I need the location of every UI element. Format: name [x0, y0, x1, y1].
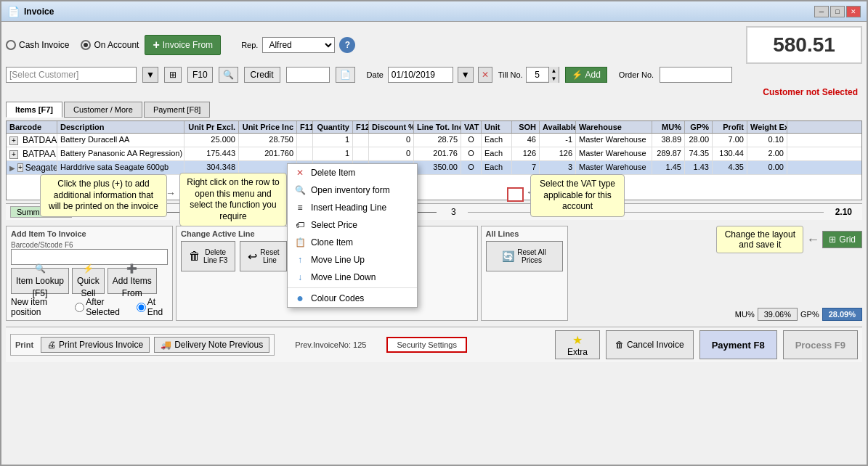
order-no-input[interactable]: [660, 67, 732, 83]
at-end-label[interactable]: At End: [137, 297, 168, 317]
item-lookup-button[interactable]: 🔍 Item Lookup [F5]: [11, 268, 69, 294]
delete-line-button[interactable]: 🗑 DeleteLine F3: [181, 241, 235, 271]
tab-customer[interactable]: Customer / More: [64, 102, 142, 118]
menu-item-delete[interactable]: ✕ Delete Item: [288, 164, 417, 181]
cash-radio-circle: [6, 40, 16, 50]
barcode-button[interactable]: ⊞: [164, 67, 182, 83]
rep-dropdown[interactable]: Alfred: [262, 37, 335, 53]
till-up-button[interactable]: ▲: [548, 67, 559, 75]
plus-icon: +: [153, 38, 159, 52]
td-f12: [353, 134, 369, 147]
gp-value: 28.09%: [822, 308, 862, 321]
td-vat: O: [461, 161, 482, 174]
td-mu: 289.87: [652, 147, 685, 160]
rep-dropdown-wrap: Alfred: [262, 37, 335, 53]
date-clear-button[interactable]: ✕: [478, 67, 492, 83]
customer-dropdown[interactable]: [Select Customer]: [6, 67, 137, 83]
table-header: Barcode Description Unit Pr Excl. Unit P…: [7, 121, 861, 134]
grid-button[interactable]: ⊞ Grid: [822, 231, 862, 248]
all-lines-title: All Lines: [486, 229, 563, 238]
td-profit: 130.44: [713, 147, 747, 160]
td-soh: 46: [512, 134, 540, 147]
maximize-button[interactable]: □: [830, 6, 845, 17]
quick-sell-button[interactable]: ⚡ Quick Sell: [72, 268, 105, 294]
mu-label: MU%: [735, 310, 755, 319]
barcode-input[interactable]: [11, 249, 168, 265]
td-line-tot: 201.76: [414, 147, 461, 160]
till-label: Till No.: [498, 70, 523, 79]
date-dropdown-button[interactable]: ▼: [458, 67, 474, 83]
rightclick-tooltip: Right click on the row to open this menu…: [179, 173, 287, 226]
add-button[interactable]: ⚡ Add: [565, 67, 607, 83]
add-item-title: Add Item To Invoice: [11, 229, 168, 238]
menu-item-heading[interactable]: ≡ Insert Heading Line: [288, 199, 417, 216]
till-arrows: ▲ ▼: [548, 67, 559, 83]
after-selected-radio[interactable]: [75, 303, 84, 312]
th-unit: Unit: [482, 121, 512, 133]
colour-menu-icon: ●: [293, 292, 307, 305]
invoice-type-group: Cash Invoice On Account: [6, 40, 139, 50]
extra-button[interactable]: ★ Extra: [555, 330, 600, 359]
payment-button[interactable]: Payment F8: [699, 330, 777, 359]
title-controls: ─ □ ✕: [814, 6, 861, 17]
add-items-from-button[interactable]: ➕ Add Items From: [108, 268, 157, 294]
search-icon: 🔍: [35, 263, 46, 274]
plus-tooltip: Click the plus (+) to add additional inf…: [40, 174, 167, 217]
menu-item-price[interactable]: 🏷 Select Price: [288, 216, 417, 234]
doc-button[interactable]: 📄: [336, 67, 355, 83]
vat-tooltip: Select the VAT type applicable for this …: [530, 174, 625, 217]
reset-line-button[interactable]: ↩ ResetLine: [240, 241, 287, 271]
credit-button[interactable]: Credit: [244, 67, 280, 83]
expand-button[interactable]: +: [9, 136, 18, 145]
menu-item-move-up[interactable]: ↑ Move Line Up: [288, 251, 417, 269]
cash-invoice-radio[interactable]: Cash Invoice: [6, 40, 69, 50]
cancel-invoice-button[interactable]: 🗑 Cancel Invoice: [606, 330, 694, 359]
table-row[interactable]: + BATPAA Battery Panasonic AA Regression…: [7, 147, 861, 161]
help-button[interactable]: ?: [339, 37, 355, 53]
th-unit-pr-excl: Unit Pr Excl.: [184, 121, 239, 133]
customer-dropdown-arrow[interactable]: ▼: [142, 67, 158, 83]
invoice-from-button[interactable]: + Invoice From: [145, 35, 221, 55]
status-row: Customer not Selected: [6, 86, 862, 99]
rep-section: Rep. Alfred ?: [241, 37, 355, 53]
minimize-button[interactable]: ─: [814, 6, 829, 17]
invoice-window: 📄 Invoice ─ □ ✕ Cash Invoice On Account: [0, 0, 868, 466]
search-button[interactable]: 🔍: [219, 67, 238, 83]
th-f12: F12: [353, 121, 369, 133]
close-button[interactable]: ✕: [846, 6, 861, 17]
td-mu: 38.89: [652, 134, 685, 147]
table-row[interactable]: + BATDAA Battery Duracell AA 25.000 28.7…: [7, 134, 861, 147]
menu-item-clone[interactable]: 📋 Clone Item: [288, 234, 417, 251]
down-arrow-icon: ↓: [293, 271, 307, 284]
td-vat: O: [461, 134, 482, 147]
top-row: Cash Invoice On Account + Invoice From R…: [6, 26, 862, 64]
expand-button[interactable]: +: [17, 163, 23, 172]
date-input[interactable]: [388, 67, 453, 83]
at-end-radio[interactable]: [137, 303, 146, 312]
delivery-note-button[interactable]: 🚚 Delivery Note Previous: [154, 337, 269, 353]
th-soh: SOH: [512, 121, 540, 133]
tab-items[interactable]: Items [F7]: [6, 102, 62, 118]
clone-menu-icon: 📋: [293, 236, 307, 249]
print-prev-invoice-button[interactable]: 🖨 Print Previous Invoice: [41, 337, 150, 353]
menu-item-colour[interactable]: ● Colour Codes: [288, 290, 417, 307]
summary-count: 3: [445, 207, 462, 217]
reset-icon: ↩: [248, 250, 257, 263]
right-panel: Change the layout and save it ← ⊞ Grid M…: [571, 226, 863, 321]
table-row-selected[interactable]: ▶ + Seagate Harddrive sata Seagate 600gb…: [7, 161, 861, 175]
tab-payment[interactable]: Payment [F8]: [144, 102, 210, 118]
f10-button[interactable]: F10: [187, 67, 213, 83]
td-unit-pr-inc: 28.750: [239, 134, 297, 147]
menu-item-move-down[interactable]: ↓ Move Line Down: [288, 269, 417, 286]
till-down-button[interactable]: ▼: [548, 75, 559, 83]
process-button[interactable]: Process F9: [783, 330, 858, 359]
reset-all-prices-button[interactable]: 🔄 Reset AllPrices: [486, 241, 563, 271]
after-selected-label[interactable]: After Selected: [75, 297, 131, 317]
security-button[interactable]: Security Settings: [386, 337, 467, 353]
td-unit: Each: [482, 147, 512, 160]
invoice-icon: 📄: [7, 6, 20, 17]
menu-item-inventory[interactable]: 🔍 Open inventory form: [288, 181, 417, 199]
prev-invoice-no: Prev.InvoiceNo: 125: [295, 340, 366, 349]
expand-button[interactable]: +: [9, 150, 18, 159]
on-account-radio[interactable]: On Account: [81, 40, 139, 50]
